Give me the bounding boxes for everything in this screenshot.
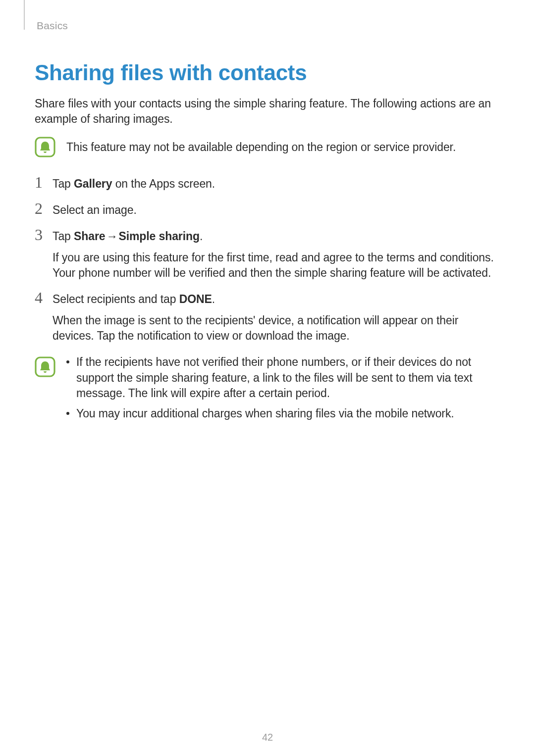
notice-bell-icon xyxy=(35,137,55,157)
note-bullet-list: If the recipients have not verified thei… xyxy=(66,354,500,426)
step-detail: When the image is sent to the recipients… xyxy=(53,313,498,344)
step-1: 1 Tap Gallery on the Apps screen. xyxy=(35,174,500,192)
header-divider xyxy=(24,0,25,30)
page-title: Sharing files with contacts xyxy=(35,60,500,85)
notice-bell-icon xyxy=(35,356,55,377)
step-text: Select recipients and tap DONE. xyxy=(53,292,500,307)
note-additional: If the recipients have not verified thei… xyxy=(35,354,500,426)
step-text: Tap Share → Simple sharing. xyxy=(53,229,500,244)
step-number: 2 xyxy=(35,201,53,217)
note-text: This feature may not be available depend… xyxy=(66,140,456,155)
bullet-dot-icon xyxy=(66,360,69,363)
bullet-dot-icon xyxy=(66,412,69,415)
step-text: Tap Gallery on the Apps screen. xyxy=(53,176,500,192)
note-bullet: You may incur additional charges when sh… xyxy=(66,406,497,421)
note-bullet: If the recipients have not verified thei… xyxy=(66,354,497,401)
step-2: 2 Select an image. xyxy=(35,201,500,218)
step-number: 4 xyxy=(35,290,53,306)
step-text: Select an image. xyxy=(53,202,500,218)
step-number: 1 xyxy=(35,174,53,191)
step-4: 4 Select recipients and tap DONE. When t… xyxy=(35,290,500,344)
note-bullet-text: You may incur additional charges when sh… xyxy=(76,406,454,421)
document-page: Basics Sharing files with contacts Share… xyxy=(0,0,535,756)
note-bullet-text: If the recipients have not verified thei… xyxy=(76,354,497,401)
note-availability: This feature may not be available depend… xyxy=(35,137,500,157)
step-detail: If you are using this feature for the fi… xyxy=(53,250,498,281)
steps-list: 1 Tap Gallery on the Apps screen. 2 Sele… xyxy=(35,174,500,344)
step-number: 3 xyxy=(35,227,53,244)
breadcrumb: Basics xyxy=(37,20,500,32)
page-number: 42 xyxy=(0,732,535,743)
step-3: 3 Tap Share → Simple sharing. If you are… xyxy=(35,227,500,281)
intro-paragraph: Share files with your contacts using the… xyxy=(35,96,500,127)
